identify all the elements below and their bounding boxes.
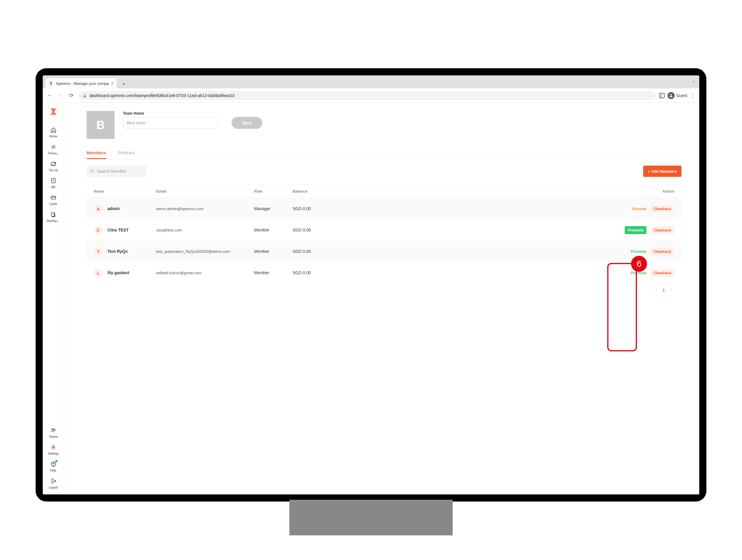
tab-title: Spenmo - Manage your compa bbox=[56, 81, 109, 86]
svg-point-11 bbox=[53, 465, 53, 466]
help-icon bbox=[50, 461, 57, 468]
sidebar-item-home[interactable]: Home bbox=[45, 124, 62, 141]
svg-point-12 bbox=[91, 169, 93, 172]
member-name: Citra TEST bbox=[107, 228, 129, 232]
guest-label: Guest bbox=[676, 93, 687, 98]
member-email: wilfried.buiron@gmail.com bbox=[156, 271, 254, 275]
back-button[interactable]: ← bbox=[46, 92, 53, 99]
member-avatar: C bbox=[94, 226, 103, 234]
panel-icon[interactable] bbox=[659, 93, 665, 98]
promote-button[interactable]: Promote bbox=[631, 271, 646, 275]
promote-button[interactable]: Promote bbox=[625, 226, 646, 234]
close-icon[interactable]: × bbox=[111, 81, 113, 86]
sidebar-item-label: Home bbox=[49, 135, 57, 138]
member-email: citra@test.com bbox=[156, 228, 254, 232]
team-avatar: B bbox=[87, 111, 115, 139]
app-logo[interactable] bbox=[49, 107, 58, 116]
col-name: Name bbox=[94, 189, 156, 193]
col-balance: Balance bbox=[293, 189, 349, 193]
team-name-input[interactable] bbox=[123, 117, 218, 128]
browser-toolbar: ← → ⟳ 🔒 dashboard.spenmo.com/teamprofile… bbox=[43, 89, 699, 103]
monitor-frame: Spenmo - Manage your compa × + ⌄ ← → ⟳ 🔒… bbox=[36, 68, 706, 502]
member-avatar: A bbox=[94, 204, 103, 213]
page-next[interactable]: 〉 bbox=[670, 288, 674, 293]
member-email: test_automation_RyQx283553@demo.com bbox=[156, 249, 254, 254]
tab-policies[interactable]: Policies bbox=[118, 147, 135, 159]
reimbursements-icon bbox=[50, 211, 57, 218]
sidebar-item-cards[interactable]: Cards bbox=[45, 192, 62, 208]
tabs: Members Policies bbox=[87, 147, 682, 159]
browser-menu-icon[interactable]: ⋮ bbox=[690, 92, 696, 99]
page-current[interactable]: 1 bbox=[662, 288, 665, 293]
spenmo-favicon bbox=[49, 81, 53, 86]
sidebar: HomeTransa...Top UpBillCardsReimbu... Te… bbox=[43, 103, 64, 494]
sidebar-item-logout[interactable]: Logout bbox=[45, 475, 62, 492]
page-prev[interactable]: 〈 bbox=[653, 288, 657, 293]
svg-point-8 bbox=[54, 429, 55, 430]
member-name: Test RyQx bbox=[107, 249, 127, 254]
bill-icon bbox=[50, 177, 57, 184]
new-tab-button[interactable]: + bbox=[120, 80, 128, 89]
promote-button[interactable]: Promote bbox=[631, 249, 646, 254]
team-avatar-letter: B bbox=[97, 118, 105, 132]
svg-rect-6 bbox=[51, 213, 54, 216]
sidebar-item-label: Top Up bbox=[49, 169, 58, 172]
sidebar-item-label: Logout bbox=[49, 486, 58, 489]
avatar-icon bbox=[668, 92, 675, 99]
sidebar-item-transactions[interactable]: Transa... bbox=[45, 141, 62, 157]
member-avatar: L bbox=[94, 268, 103, 277]
team-name-label: Team Name bbox=[123, 111, 218, 115]
window-menu-icon[interactable]: ⌄ bbox=[692, 78, 696, 83]
clawback-button[interactable]: Clawback bbox=[650, 247, 674, 256]
clawback-button[interactable]: Clawback bbox=[650, 226, 674, 234]
clawback-button[interactable]: Clawback bbox=[650, 205, 674, 213]
sidebar-item-settings[interactable]: Settings bbox=[45, 441, 62, 458]
sidebar-item-teams[interactable]: Teams bbox=[45, 425, 62, 441]
svg-point-0 bbox=[670, 94, 672, 96]
home-icon bbox=[50, 126, 57, 133]
address-bar[interactable]: 🔒 dashboard.spenmo.com/teamprofile/636c4… bbox=[78, 91, 656, 100]
clawback-button[interactable]: Clawback bbox=[650, 269, 674, 277]
profile-chip[interactable]: Guest bbox=[668, 92, 687, 99]
sidebar-item-reimbursements[interactable]: Reimbu... bbox=[45, 209, 62, 225]
main-content: B Team Name Save Members Policies bbox=[64, 103, 699, 494]
sidebar-item-topup[interactable]: Top Up bbox=[45, 158, 62, 174]
table-row: Aadmindemo-admin@spenmo.comManagerSGD 0.… bbox=[87, 198, 682, 219]
add-members-button[interactable]: + Add Members bbox=[643, 166, 682, 177]
teams-icon bbox=[50, 427, 57, 434]
table-row: TTest RyQxtest_automation_RyQx283553@dem… bbox=[87, 241, 682, 262]
save-button[interactable]: Save bbox=[231, 117, 262, 129]
settings-icon bbox=[50, 444, 57, 451]
tab-members[interactable]: Members bbox=[87, 147, 106, 159]
sidebar-item-label: Cards bbox=[49, 203, 57, 206]
logout-icon bbox=[50, 478, 57, 485]
member-name: lily gaotest bbox=[107, 270, 129, 275]
lock-icon: 🔒 bbox=[83, 94, 87, 98]
svg-point-2 bbox=[54, 163, 55, 164]
sidebar-item-bill[interactable]: Bill bbox=[45, 175, 62, 191]
member-avatar: T bbox=[94, 247, 103, 256]
svg-point-9 bbox=[53, 447, 54, 448]
monitor-stand bbox=[289, 500, 453, 536]
member-email: demo-admin@spenmo.com bbox=[156, 207, 254, 211]
url-text: dashboard.spenmo.com/teamprofile/636c41e… bbox=[89, 93, 235, 98]
member-balance: SGD 0.00 bbox=[293, 270, 349, 275]
member-balance: SGD 0.00 bbox=[293, 228, 349, 232]
demote-button[interactable]: Demote bbox=[632, 207, 646, 211]
forward-button[interactable]: → bbox=[57, 92, 64, 99]
search-input[interactable]: Search Member bbox=[87, 165, 146, 177]
sidebar-item-label: Reimbu... bbox=[47, 219, 60, 223]
col-email: Email bbox=[156, 189, 254, 193]
sidebar-item-label: Bill bbox=[51, 185, 55, 189]
member-role: Manager bbox=[254, 206, 293, 211]
svg-rect-4 bbox=[51, 196, 55, 199]
pagination: 〈 1 〉 bbox=[87, 283, 682, 293]
members-table: Name Email Role Balance Action Aadmindem… bbox=[87, 184, 682, 283]
screen: Spenmo - Manage your compa × + ⌄ ← → ⟳ 🔒… bbox=[43, 75, 699, 494]
sidebar-item-help[interactable]: Help bbox=[45, 458, 62, 474]
browser-tab[interactable]: Spenmo - Manage your compa × bbox=[46, 78, 117, 89]
svg-line-13 bbox=[93, 171, 94, 172]
reload-button[interactable]: ⟳ bbox=[68, 92, 75, 99]
table-header: Name Email Role Balance Action bbox=[87, 184, 682, 198]
member-role: Member bbox=[254, 249, 293, 254]
